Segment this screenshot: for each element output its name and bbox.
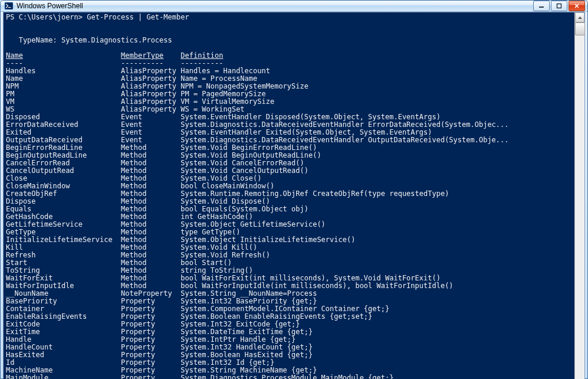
scrollbar-track[interactable]: [575, 22, 584, 379]
scrollbar-thumb[interactable]: [575, 22, 585, 35]
window-title: Windows PowerShell: [17, 2, 533, 10]
console-output[interactable]: PS C:\Users\joern> Get-Process | Get-Mem…: [4, 12, 574, 379]
titlebar[interactable]: Windows PowerShell: [1, 1, 587, 12]
close-button[interactable]: [569, 1, 585, 11]
maximize-button[interactable]: [551, 1, 567, 11]
svg-rect-2: [557, 4, 561, 8]
svg-rect-1: [539, 6, 544, 8]
scroll-up-button[interactable]: [575, 12, 584, 22]
window-buttons: [533, 1, 585, 11]
vertical-scrollbar[interactable]: [574, 12, 584, 379]
minimize-button[interactable]: [533, 1, 550, 11]
powershell-window: Windows PowerShell PS C:\Users\joern> Ge…: [0, 0, 588, 379]
svg-rect-0: [5, 2, 13, 9]
client-area: PS C:\Users\joern> Get-Process | Get-Mem…: [3, 12, 585, 379]
powershell-icon: [4, 1, 14, 11]
